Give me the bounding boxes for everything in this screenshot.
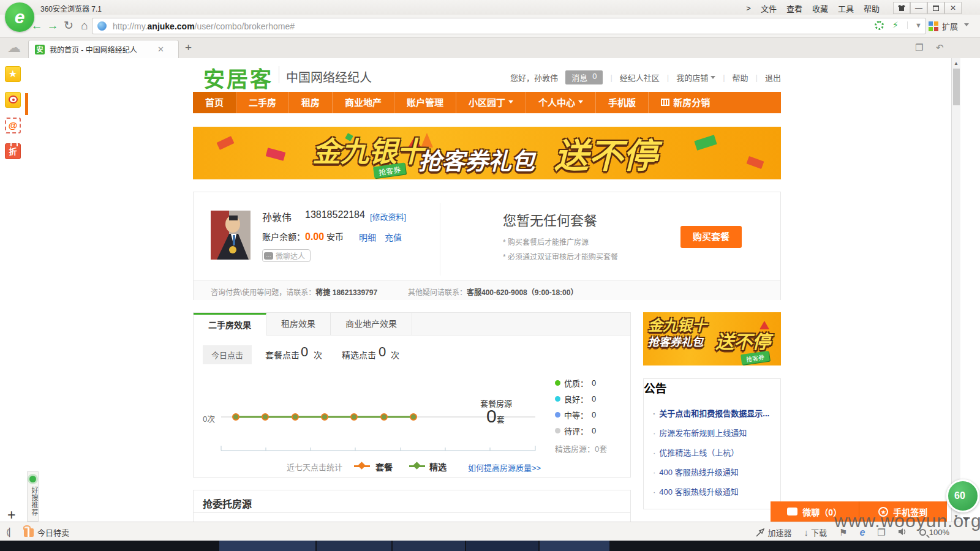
tab-commercial-effect[interactable]: 商业地产效果 <box>331 313 412 335</box>
nav-mobile[interactable]: 手机版 <box>596 92 649 113</box>
scrollbar[interactable]: ▲ ▼ <box>951 58 960 522</box>
home-icon[interactable]: ⌂ <box>77 15 92 37</box>
tab-favicon: 安 <box>35 45 45 54</box>
user-name: 孙敦伟 <box>262 209 292 224</box>
maximize-button[interactable] <box>927 2 944 14</box>
side-banner-line2: 抢客券礼包 <box>648 333 703 349</box>
notice-title: 公告 <box>644 379 780 395</box>
combo-note-2: * 必须通过双证审核后才能购买套餐 <box>503 251 618 261</box>
main-nav: 首页 二手房 租房 商业地产 账户管理 小区园丁 个人中心 手机版 新房分销 <box>193 92 781 113</box>
anjuke-logo[interactable]: 安居客 <box>203 62 273 93</box>
scroll-up-icon[interactable]: ▲ <box>954 61 959 66</box>
banner-line1: 金九银十 <box>312 129 425 170</box>
today-click-chip: 今日点击 <box>203 345 252 364</box>
tab-zufang-effect[interactable]: 租房效果 <box>266 313 331 335</box>
contact-phone: 18621339797 <box>333 288 377 297</box>
balance-detail-link[interactable]: 明细 <box>359 231 376 243</box>
menu-tools[interactable]: 工具 <box>838 2 854 14</box>
extensions-button[interactable]: 扩展 <box>929 20 969 32</box>
side-panel-handle[interactable] <box>25 93 28 115</box>
discount-bag-icon[interactable]: 折 <box>5 143 21 159</box>
menu-expander-icon[interactable]: > <box>746 4 751 13</box>
nav-zufang[interactable]: 租房 <box>289 92 333 113</box>
snapshot-icon[interactable] <box>875 21 884 30</box>
speed-lightning-icon[interactable]: ⚡ <box>892 20 899 31</box>
side-banner-line3: 送不停 <box>715 327 771 354</box>
edit-profile-link[interactable]: [修改资料] <box>370 211 406 222</box>
link-my-shop[interactable]: 我的店铺 <box>676 72 715 83</box>
mail-at-icon[interactable]: @ <box>5 118 21 133</box>
minimize-button[interactable]: — <box>910 2 927 14</box>
notice-item[interactable]: ·400 客服热线升级通知 <box>653 485 775 497</box>
nav-account[interactable]: 账户管理 <box>394 92 456 113</box>
url-text[interactable]: http://my.anjuke.com/user/combo/brokerho… <box>113 21 295 31</box>
reopen-tab-icon[interactable]: ↶ <box>936 42 944 53</box>
today-sale-button[interactable]: 今日特卖 <box>24 527 69 538</box>
accelerator-button[interactable]: 加速器 <box>756 527 791 538</box>
message-badge[interactable]: 消息0 <box>565 70 603 84</box>
window-titlebar: 360安全浏览器 7.1 > 文件 查看 收藏 工具 帮助 — ✕ <box>0 0 980 15</box>
recharge-link[interactable]: 充值 <box>385 231 402 243</box>
legend-zhongdeng: 中等：0 <box>555 409 596 421</box>
notice-item[interactable]: ·优推精选上线（上杭） <box>653 446 775 458</box>
blue-dot-icon <box>555 412 560 418</box>
tab-list-icon[interactable]: ❐ <box>915 42 923 53</box>
improve-quality-link[interactable]: 如何提高房源质量>> <box>468 462 541 473</box>
nav-newhouse[interactable]: 新房分销 <box>649 92 722 113</box>
nav-home[interactable]: 首页 <box>193 92 236 113</box>
close-button[interactable]: ✕ <box>944 2 962 14</box>
forward-icon[interactable]: → <box>45 15 60 37</box>
divider <box>440 203 440 276</box>
tab-title: 我的首页 - 中国网络经纪人 <box>50 44 154 54</box>
scrollbar-thumb[interactable] <box>953 69 960 105</box>
link-help[interactable]: 帮助 <box>733 72 748 83</box>
menu-file[interactable]: 文件 <box>761 2 777 14</box>
recommend-vertical-label: 好搜推荐 <box>29 487 39 516</box>
download-arrow-icon: ↓ <box>804 527 809 538</box>
link-broker-community[interactable]: 经纪人社区 <box>620 72 660 83</box>
buy-combo-button[interactable]: 购买套餐 <box>680 226 742 248</box>
haosou-recommend-panel[interactable]: 好搜推荐 <box>27 471 39 522</box>
chevron-down-icon <box>710 76 715 81</box>
cyan-dot-icon <box>555 396 560 402</box>
tab-close-icon[interactable]: ✕ <box>157 45 164 54</box>
notice-panel: 公告 ·关于点击和扣费报告数据显示... ·房源发布新规则上线通知 ·优推精选上… <box>643 378 781 509</box>
menu-view[interactable]: 查看 <box>786 2 802 14</box>
windows-taskbar <box>0 541 980 551</box>
url-dropdown-icon[interactable]: ▼ <box>907 21 922 29</box>
tab-ershoufang-effect[interactable]: 二手房效果 <box>194 313 266 335</box>
menu-help[interactable]: 帮助 <box>864 2 880 14</box>
chat-bubble-icon: … <box>264 252 273 260</box>
wechat-talent-badge: …微聊达人 <box>262 249 311 262</box>
new-tab-button[interactable]: + <box>185 41 192 54</box>
notice-item[interactable]: ·房源发布新规则上线通知 <box>653 427 775 438</box>
notice-item[interactable]: ·关于点击和扣费报告数据显示... <box>653 407 775 419</box>
cloud-sync-icon[interactable]: ☁ <box>7 40 21 56</box>
side-promo-banner[interactable]: 金九银十 抢客券礼包 送不停 抢客券 <box>643 312 781 365</box>
nav-community-gardener[interactable]: 小区园丁 <box>456 92 526 113</box>
nav-commercial[interactable]: 商业地产 <box>333 92 394 113</box>
legend-daiping: 待评：0 <box>555 425 596 437</box>
balance-row: 账户余额：0.00 安币 <box>262 230 344 242</box>
weibo-icon[interactable] <box>5 92 21 108</box>
favorites-star-icon[interactable]: ★ <box>5 66 21 82</box>
combo-click-value: 0 <box>301 344 308 360</box>
menu-favorites[interactable]: 收藏 <box>812 2 828 14</box>
contact-name: 蒋捷 <box>315 288 330 297</box>
collapse-sidebar-icon[interactable]: ⟨▏ <box>6 528 15 537</box>
browser-logo-icon[interactable]: e <box>5 2 34 32</box>
notice-item[interactable]: ·400 客服热线升级通知 <box>653 466 775 478</box>
link-logout[interactable]: 退出 <box>765 72 781 83</box>
nav-personal-center[interactable]: 个人中心 <box>526 92 596 113</box>
promo-banner[interactable]: 金九银十 抢客券礼包 送不停 抢客券 <box>193 127 781 179</box>
skin-icon[interactable] <box>893 2 910 14</box>
download-button[interactable]: ↓下载 <box>804 527 827 538</box>
nav-ershoufang[interactable]: 二手房 <box>236 92 289 113</box>
refresh-icon[interactable]: ↻ <box>61 15 76 37</box>
combo-note-1: * 购买套餐后才能推广房源 <box>503 236 589 247</box>
add-gadget-button[interactable]: + <box>7 507 15 522</box>
speed-ball[interactable]: 60 <box>946 479 979 512</box>
legend-combo-label: 套餐 <box>375 460 393 473</box>
browser-tab[interactable]: 安 我的首页 - 中国网络经纪人 ✕ <box>28 40 179 58</box>
address-bar[interactable]: http://my.anjuke.com/user/combo/brokerho… <box>92 18 926 34</box>
